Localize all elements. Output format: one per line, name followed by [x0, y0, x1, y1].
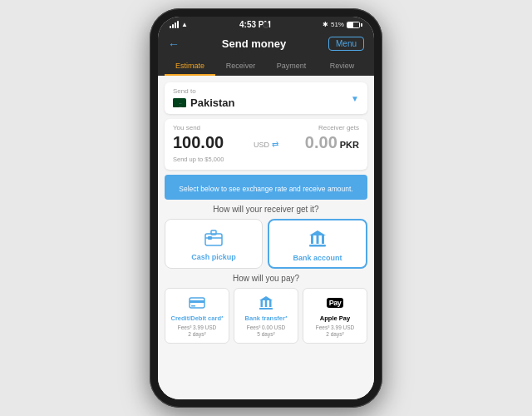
- apple-pay-fees: Fees³ 3.99 USD2 days²: [316, 324, 355, 339]
- svg-rect-19: [191, 305, 195, 307]
- currency-from-label: USD: [254, 141, 269, 149]
- apple-pay-label: Apple Pay: [320, 314, 350, 322]
- status-left: ▲: [170, 21, 188, 28]
- pay-option-card[interactable]: Credit/Debit card³ Fees³ 3.99 USD2 days²: [165, 288, 229, 344]
- pay-option-bank-transfer[interactable]: Bank transfer³ Fees³ 0.00 USD5 days²: [234, 288, 298, 344]
- tab-estimate[interactable]: Estimate: [165, 57, 215, 76]
- currency-row: USD ⇄: [254, 140, 278, 152]
- cash-pickup-icon: [202, 226, 225, 250]
- bank-transfer-icon: [257, 294, 275, 312]
- receiver-gets-label: Receiver gets: [283, 124, 359, 131]
- back-button[interactable]: ←: [168, 37, 180, 51]
- info-banner-text: Select below to see exchange rate and re…: [179, 185, 352, 193]
- payment-options: Credit/Debit card³ Fees³ 3.99 USD2 days²: [165, 288, 367, 344]
- status-right: ✱ 51%: [323, 21, 362, 28]
- bank-account-icon: [306, 227, 329, 250]
- receiver-gets-block: Receiver gets 0.00 PKR: [283, 124, 359, 152]
- card-fees: Fees³ 3.99 USD2 days²: [178, 324, 217, 339]
- svg-rect-15: [322, 235, 324, 244]
- credit-card-icon: [188, 294, 206, 312]
- delivery-option-cash-pickup[interactable]: Cash pickup: [165, 219, 263, 269]
- card-label: Credit/Debit card³: [171, 314, 224, 322]
- svg-rect-11: [211, 230, 216, 235]
- bluetooth-icon: ✱: [323, 21, 328, 28]
- svg-marker-12: [309, 230, 326, 235]
- svg-rect-14: [317, 235, 319, 244]
- country-name: Pakistan: [190, 97, 234, 109]
- tab-receiver[interactable]: Receiver: [215, 57, 266, 76]
- apple-pay-icon: Pay: [326, 294, 344, 312]
- bank-account-label: Bank account: [293, 254, 342, 262]
- receiver-gets-value: 0.00: [305, 133, 337, 152]
- cash-pickup-label: Cash pickup: [191, 253, 236, 261]
- delivery-option-bank-account[interactable]: Bank account: [268, 219, 367, 269]
- phone-screen: ▲ 4:53 PM ✱ 51% ← Send money Menu Est: [158, 17, 374, 399]
- pay-option-apple-pay[interactable]: Pay Apple Pay Fees³ 3.99 USD2 days²: [303, 288, 367, 344]
- bank-transfer-fees: Fees³ 0.00 USD5 days²: [247, 324, 286, 339]
- svg-point-7: [179, 103, 183, 107]
- svg-rect-0: [173, 101, 176, 107]
- send-limit-text: Send up to $5,000: [173, 156, 359, 163]
- tab-payment[interactable]: Payment: [266, 57, 317, 76]
- bank-transfer-label: Bank transfer³: [245, 314, 288, 322]
- send-to-info: Send to: [173, 87, 234, 109]
- app-header: ← Send money Menu: [158, 32, 374, 57]
- header-title: Send money: [222, 37, 286, 50]
- delivery-options: Cash pickup Bank account: [165, 219, 367, 269]
- amount-section: You send 100.00 USD ⇄ Receiver gets 0.00…: [165, 119, 367, 170]
- battery-icon: [347, 22, 362, 28]
- tab-bar: Estimate Receiver Payment Review: [158, 57, 374, 76]
- svg-rect-18: [190, 300, 204, 303]
- tab-review[interactable]: Review: [317, 57, 367, 76]
- svg-rect-13: [311, 235, 313, 244]
- svg-marker-20: [259, 296, 273, 300]
- pakistan-flag-icon: [173, 98, 186, 107]
- svg-rect-23: [269, 300, 272, 307]
- svg-rect-16: [309, 245, 326, 247]
- wifi-icon: ▲: [181, 21, 188, 28]
- delivery-section-title: How will your receiver get it?: [158, 205, 374, 214]
- amount-row: You send 100.00 USD ⇄ Receiver gets 0.00…: [173, 124, 359, 152]
- svg-rect-22: [265, 300, 268, 307]
- you-send-label: You send: [173, 124, 249, 131]
- svg-rect-4: [173, 101, 176, 107]
- send-to-country: Pakistan: [173, 97, 234, 109]
- chevron-down-icon: ▼: [351, 94, 359, 103]
- exchange-icon: ⇄: [272, 140, 278, 149]
- send-to-label: Send to: [173, 87, 234, 95]
- you-send-value[interactable]: 100.00: [173, 133, 249, 152]
- currency-to-label: PKR: [340, 140, 359, 150]
- signal-bars-icon: [170, 21, 179, 28]
- payment-section-title: How will you pay?: [158, 274, 374, 283]
- svg-rect-24: [259, 308, 273, 310]
- you-send-block: You send 100.00: [173, 124, 249, 152]
- main-content: Send to: [158, 76, 374, 399]
- svg-rect-8: [205, 234, 222, 245]
- svg-rect-21: [261, 300, 264, 307]
- menu-button[interactable]: Menu: [328, 37, 364, 51]
- battery-percent: 51%: [331, 21, 344, 28]
- phone-camera: [263, 22, 269, 28]
- phone-frame: ▲ 4:53 PM ✱ 51% ← Send money Menu Est: [150, 8, 382, 408]
- send-to-section[interactable]: Send to: [165, 82, 367, 114]
- info-banner: Select below to see exchange rate and re…: [165, 175, 367, 200]
